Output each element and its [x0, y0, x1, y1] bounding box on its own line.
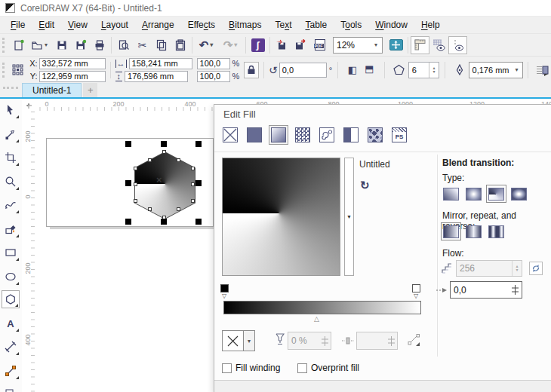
selection-handle[interactable] [161, 219, 167, 225]
hexagon-node[interactable] [191, 182, 195, 186]
show-guidelines-button[interactable] [448, 36, 467, 54]
wrap-text-button[interactable] [533, 61, 551, 79]
flow-steps-spinner[interactable]: 256▴▾ [456, 260, 522, 277]
node-midpoint-field[interactable] [356, 332, 398, 350]
copy-button[interactable] [152, 36, 171, 54]
fill-type-vector-pattern-button[interactable] [317, 125, 337, 145]
selection-handle[interactable] [195, 141, 202, 147]
menu-table[interactable]: Table [299, 17, 334, 32]
mirror-default-button[interactable] [441, 222, 461, 240]
tool-drop-shadow[interactable] [2, 385, 20, 392]
gradient-stop-end[interactable] [412, 284, 420, 292]
zoom-level-combo[interactable]: 12%▾ [333, 37, 383, 54]
mirror-horizontal-button[interactable]: ◧ [343, 61, 362, 79]
menu-window[interactable]: Window [368, 17, 414, 32]
stop-marker-start[interactable]: ▽ [222, 293, 226, 299]
fill-type-fountain-button[interactable] [269, 125, 288, 145]
hexagon-node[interactable] [191, 167, 195, 170]
object-center-marker[interactable]: × [156, 174, 162, 185]
fill-winding-option[interactable]: Fill winding [222, 363, 280, 373]
mirror-vertical-button[interactable]: ◧ [362, 61, 380, 79]
ruler-origin[interactable] [22, 99, 35, 112]
gradient-preview[interactable] [222, 158, 340, 276]
new-document-button[interactable] [9, 36, 28, 54]
redo-dropdown-icon[interactable]: ▾ [232, 41, 239, 48]
save-fill-button[interactable]: ↻ [360, 179, 370, 192]
rotation-angle-field[interactable]: 0,0 [279, 63, 327, 78]
fill-type-pattern-button[interactable] [293, 125, 312, 145]
hexagon-node[interactable] [177, 158, 180, 162]
midpoint-marker[interactable]: △ [314, 316, 319, 322]
lock-ratio-button[interactable] [244, 62, 259, 78]
node-color-dropdown[interactable]: ▾ [244, 330, 255, 351]
tool-crop[interactable] [2, 149, 20, 167]
node-color-picker[interactable]: ▾ [222, 330, 255, 351]
tool-connector[interactable] [2, 362, 20, 380]
redo-button[interactable]: ↷▾ [219, 36, 243, 54]
hexagon-node[interactable] [162, 150, 166, 154]
type-conical-button[interactable] [486, 185, 506, 203]
tool-freehand[interactable] [2, 196, 20, 214]
node-opacity-field[interactable]: 0 % [288, 332, 331, 350]
tool-ellipse[interactable] [2, 268, 20, 286]
menu-tools[interactable]: Tools [334, 17, 368, 32]
hexagon-node[interactable] [148, 158, 152, 162]
show-grid-button[interactable] [429, 36, 448, 54]
spin-down-icon[interactable]: ▾ [433, 70, 436, 74]
x-position-field[interactable]: 332,572 mm [39, 58, 106, 69]
outline-width-combo[interactable]: 0,176 mm▾ [469, 62, 524, 78]
undo-button[interactable]: ↶▾ [195, 36, 219, 54]
selection-handle[interactable] [125, 180, 131, 186]
tool-polygon[interactable] [2, 290, 20, 308]
scale-h-field[interactable]: 100,0 [197, 58, 230, 69]
fill-type-postscript-button[interactable]: PS [389, 125, 409, 145]
node-color-swatch[interactable] [222, 330, 244, 351]
hexagon-node[interactable] [191, 199, 195, 203]
vertical-ruler[interactable]: 2000200400 [22, 112, 35, 392]
gradient-stop-start[interactable] [220, 284, 229, 292]
publish-pdf-button[interactable]: PDF [310, 36, 329, 54]
mirror-repeat-mirror-button[interactable] [463, 222, 484, 240]
object-height-field[interactable]: 176,596 mm [125, 71, 188, 82]
import-button[interactable] [272, 36, 291, 54]
tool-pick[interactable] [2, 101, 20, 119]
overprint-fill-option[interactable]: Overprint fill [297, 363, 359, 373]
selection-handle[interactable] [125, 141, 131, 147]
print-preview-button[interactable] [114, 36, 133, 54]
overprint-fill-checkbox[interactable] [297, 363, 307, 373]
undo-dropdown-icon[interactable]: ▾ [208, 41, 214, 48]
stop-marker-end[interactable]: ▽ [414, 293, 418, 299]
free-scale-icon[interactable] [408, 333, 420, 346]
menu-help[interactable]: Help [414, 17, 447, 32]
show-rulers-button[interactable] [411, 36, 429, 54]
y-position-field[interactable]: 122,959 mm [39, 71, 106, 82]
menu-edit[interactable]: Edit [32, 17, 61, 32]
app-launcher-button[interactable]: ʃ [248, 36, 267, 54]
fill-type-two-color-button[interactable] [341, 125, 361, 145]
document-tab-active[interactable]: Untitled-1 [22, 83, 82, 97]
object-width-field[interactable]: 158,241 mm [129, 58, 192, 69]
open-dropdown-icon[interactable]: ▾ [43, 41, 49, 48]
spin-down-icon[interactable]: ▾ [516, 268, 518, 272]
tool-smart-fill[interactable] [2, 220, 20, 238]
selection-handle[interactable] [195, 219, 202, 225]
tool-rectangle[interactable] [2, 243, 20, 262]
scale-v-field[interactable]: 100,0 [197, 71, 230, 82]
hexagon-node[interactable] [134, 167, 137, 170]
paste-button[interactable] [171, 36, 189, 54]
tool-zoom[interactable] [2, 173, 20, 191]
fullscreen-preview-button[interactable] [386, 36, 405, 54]
selection-handle[interactable] [195, 180, 202, 186]
selection-handle[interactable] [125, 219, 131, 225]
hexagon-node[interactable] [177, 207, 180, 211]
acceleration-field[interactable]: 0,0 [450, 281, 522, 299]
fill-type-none-button[interactable] [220, 125, 240, 145]
new-tab-button[interactable]: + [83, 83, 97, 97]
type-rectangular-button[interactable] [509, 185, 529, 203]
toolbar-grip[interactable] [2, 38, 5, 53]
cut-button[interactable]: ✂ [133, 36, 152, 54]
menu-text[interactable]: Text [268, 17, 298, 32]
fill-type-uniform-button[interactable] [245, 125, 264, 145]
menu-arrange[interactable]: Arrange [135, 17, 181, 32]
mirror-repeat-button[interactable] [486, 222, 506, 240]
